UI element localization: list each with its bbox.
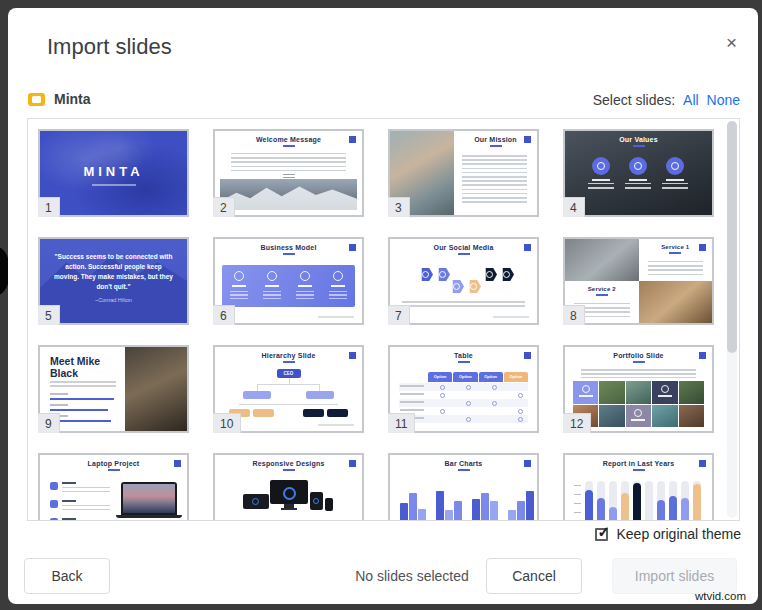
bar-group xyxy=(472,493,498,521)
footer-line xyxy=(318,424,354,426)
slide-preview: Our Mission xyxy=(390,131,537,215)
presentation-name: Minta xyxy=(54,91,91,107)
y-axis-labels xyxy=(574,485,581,521)
scrollbar-thumb[interactable] xyxy=(727,121,737,353)
desk-photo xyxy=(639,281,713,323)
accent-square xyxy=(524,460,531,467)
slide-thumbnail-8[interactable]: Service 1 Service 2 8 xyxy=(563,237,714,325)
slide-thumbnail-7[interactable]: Our Social Media 7 xyxy=(388,237,539,325)
accent-square xyxy=(349,352,356,359)
keep-theme-row: ✓ Keep original theme xyxy=(595,526,741,542)
text-lines xyxy=(402,301,525,309)
slide-title: Business Model xyxy=(215,239,362,255)
chart-bar xyxy=(585,481,593,521)
slide-title: Table xyxy=(390,347,537,363)
slide-thumbnail-6[interactable]: Business Model 6 xyxy=(213,237,364,325)
slide-thumbnail-4[interactable]: Our Values 4 xyxy=(563,129,714,217)
dialog-title: Import slides xyxy=(47,34,172,60)
org-node-manager xyxy=(243,391,271,399)
slide-number-badge: 7 xyxy=(388,305,410,325)
slide-number-badge: 1 xyxy=(38,197,60,217)
checkmark-icon: ✓ xyxy=(597,523,610,541)
text-lines xyxy=(50,381,116,389)
quote-attribution: ~Conrad Hilton xyxy=(40,297,187,303)
slide-thumbnail-12[interactable]: Portfolio Slide xyxy=(563,345,714,433)
slide-preview: "Success seems to be connected with acti… xyxy=(40,239,187,323)
photo-tile xyxy=(599,405,624,428)
monitor-device xyxy=(270,480,308,504)
keep-theme-checkbox[interactable]: ✓ xyxy=(595,528,608,541)
profile-name: Meet Mike Black xyxy=(50,355,122,379)
slide-title: Hierarchy Slide xyxy=(215,347,362,363)
photo-tile xyxy=(679,381,704,404)
slide-thumbnail-13[interactable]: Laptop Project 13 xyxy=(38,453,189,521)
laptop-screen xyxy=(121,482,177,515)
slide-thumbnail-11[interactable]: Table Option Option Option Option xyxy=(388,345,539,433)
org-node-leaf xyxy=(327,409,348,417)
slide-number-badge: 12 xyxy=(563,413,591,433)
bar-group xyxy=(436,491,462,521)
slide-thumbnail-14[interactable]: Responsive Designs 14 xyxy=(213,453,364,521)
chart-bar xyxy=(657,481,665,521)
slide-preview: Bar Charts Q1 Q2 Q3 xyxy=(390,455,537,521)
banner-column xyxy=(326,270,350,302)
slides-grid-container: MINTA 1 Welcome Message 2 xyxy=(27,118,740,521)
import-slides-button[interactable]: Import slides xyxy=(612,558,737,594)
slide-title: Welcome Message xyxy=(215,131,362,147)
business-model-banner xyxy=(222,265,355,307)
presentation-source-row: Minta xyxy=(28,90,91,108)
select-all-link[interactable]: All xyxy=(683,92,699,108)
slide-title: Our Values xyxy=(565,131,712,147)
feature-item xyxy=(50,481,110,495)
slide-thumbnail-3[interactable]: Our Mission 3 xyxy=(388,129,539,217)
slide-thumbnail-16[interactable]: Report in Last Years 16 xyxy=(563,453,714,521)
slide-number-badge: 8 xyxy=(563,305,585,325)
feature-item xyxy=(50,499,110,513)
cancel-button[interactable]: Cancel xyxy=(486,558,582,594)
keep-theme-label: Keep original theme xyxy=(616,526,741,542)
slide-title: Report in Last Years xyxy=(565,455,712,471)
select-none-link[interactable]: None xyxy=(707,92,740,108)
org-node-leaf xyxy=(303,409,324,417)
feature-item xyxy=(50,517,110,521)
slide-number-badge: 9 xyxy=(38,413,60,433)
skill-label xyxy=(50,404,68,406)
hexagon-icon xyxy=(466,280,481,293)
accent-square xyxy=(524,136,531,143)
watermark: wtvid.com xyxy=(695,590,746,602)
accent-square xyxy=(349,244,356,251)
text-lines xyxy=(648,261,704,275)
slide-thumbnail-9[interactable]: Meet Mike Black 9 xyxy=(38,345,189,433)
chart-bar xyxy=(681,481,689,521)
accent-square xyxy=(524,244,531,251)
close-icon[interactable]: × xyxy=(726,33,737,52)
slide-number-badge: 2 xyxy=(213,197,235,217)
slide-thumbnail-15[interactable]: Bar Charts Q1 Q2 Q3 15 xyxy=(388,453,539,521)
laptop-device xyxy=(243,494,269,509)
slide-title: Our Social Media xyxy=(390,239,537,255)
value-caption xyxy=(588,179,614,193)
hexagon-icon xyxy=(435,268,450,281)
slide-thumbnail-1[interactable]: MINTA 1 xyxy=(38,129,189,217)
slide-thumbnail-5[interactable]: "Success seems to be connected with acti… xyxy=(38,237,189,325)
hexagon-icon xyxy=(449,280,464,293)
chart-bar xyxy=(669,481,677,521)
value-circle-icon xyxy=(592,157,610,175)
select-slides-controls: Select slides: All None xyxy=(593,92,740,108)
back-button[interactable]: Back xyxy=(24,558,110,594)
skill-label xyxy=(50,393,68,395)
slide-preview: Laptop Project xyxy=(40,455,187,521)
text-lines xyxy=(581,369,696,378)
slide-preview: Responsive Designs xyxy=(215,455,362,521)
slide-number-badge: 6 xyxy=(213,305,235,325)
photo-tile xyxy=(652,405,677,428)
bar-group xyxy=(400,493,426,521)
phone-device xyxy=(325,498,333,511)
slide-thumbnail-10[interactable]: Hierarchy Slide CEO 10 xyxy=(213,345,364,433)
footer-line xyxy=(318,316,354,318)
slide-title: Portfolio Slide xyxy=(565,347,712,363)
overlay-tile xyxy=(626,405,651,428)
slide-thumbnail-2[interactable]: Welcome Message 2 xyxy=(213,129,364,217)
slides-grid: MINTA 1 Welcome Message 2 xyxy=(28,119,714,521)
slide-preview: Report in Last Years xyxy=(565,455,712,521)
